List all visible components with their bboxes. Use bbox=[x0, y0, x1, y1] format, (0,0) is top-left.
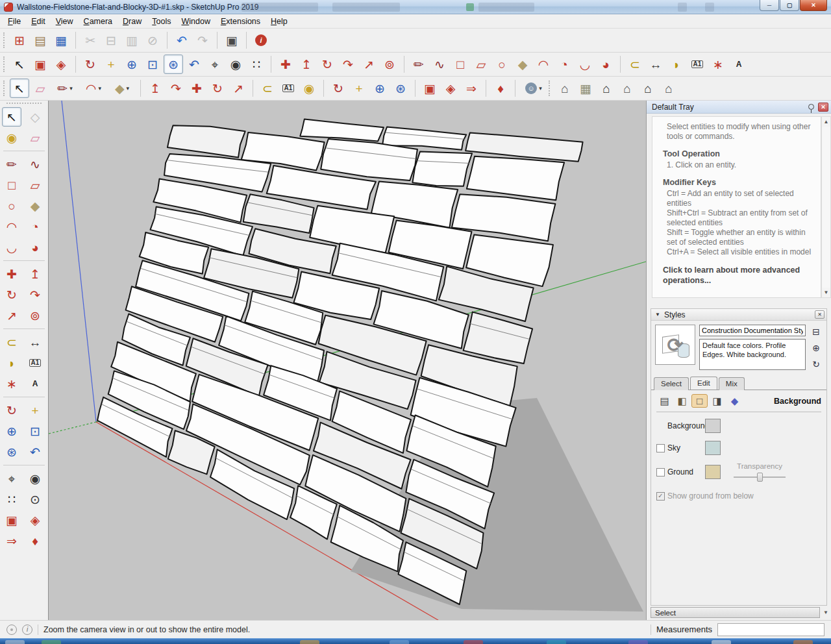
send-to-layout-icon[interactable]: ⇒ bbox=[462, 79, 481, 98]
text-icon[interactable]: A1 bbox=[688, 55, 707, 74]
zoom-extents-icon[interactable]: ⊛ bbox=[2, 442, 21, 462]
title-bar[interactable]: Wallstone-Fieldstone-Flat-and-Blocky-3D-… bbox=[0, 0, 831, 14]
scale-icon[interactable]: ↗ bbox=[359, 55, 378, 74]
face-settings-icon[interactable]: ◧ bbox=[674, 394, 690, 408]
protractor-icon[interactable]: ◗ bbox=[2, 353, 21, 373]
line-dropdown-icon[interactable]: ▾ bbox=[69, 85, 73, 92]
rotate-icon[interactable]: ↻ bbox=[317, 55, 337, 74]
zoom-icon[interactable]: ⊕ bbox=[370, 79, 390, 98]
orbit-icon[interactable]: ↻ bbox=[2, 401, 21, 420]
scale-icon[interactable]: ↗ bbox=[229, 79, 248, 98]
view-top-icon[interactable]: ▦ bbox=[576, 79, 595, 98]
scroll-up-icon[interactable]: ▲ bbox=[824, 117, 829, 127]
pan-icon[interactable]: + bbox=[349, 79, 369, 98]
offset-icon[interactable]: ⊚ bbox=[25, 306, 45, 325]
protractor-icon[interactable]: ◗ bbox=[667, 55, 686, 74]
update-style-icon[interactable]: ↻ bbox=[810, 358, 822, 370]
rotate-icon[interactable]: ↻ bbox=[2, 285, 21, 304]
3d-warehouse-icon[interactable]: ▣ bbox=[31, 55, 50, 74]
follow-me-icon[interactable]: ↷ bbox=[25, 285, 45, 304]
taskbar-item[interactable] bbox=[42, 640, 61, 644]
look-around-icon[interactable]: ◉ bbox=[226, 55, 245, 74]
extension-warehouse-icon[interactable]: ♦ bbox=[491, 79, 510, 98]
transparency-slider[interactable] bbox=[734, 473, 786, 482]
move-icon[interactable]: ✚ bbox=[276, 55, 295, 74]
taskbar-item[interactable] bbox=[5, 640, 25, 644]
menu-view[interactable]: View bbox=[51, 16, 79, 27]
arc-icon[interactable]: ◠▾ bbox=[80, 79, 107, 98]
paint-bucket-icon[interactable]: ◉ bbox=[2, 128, 21, 147]
position-camera-icon[interactable]: ⌖ bbox=[205, 55, 225, 74]
rectangle-icon[interactable]: □ bbox=[2, 175, 21, 195]
polygon-icon[interactable]: ◆ bbox=[25, 196, 45, 216]
tab-edit[interactable]: Edit bbox=[690, 377, 717, 390]
paint-bucket-icon[interactable]: ◉ bbox=[299, 79, 319, 98]
zoom-window-icon[interactable]: ⊡ bbox=[25, 421, 45, 441]
orbit-icon[interactable]: ↻ bbox=[81, 55, 100, 74]
rotated-rectangle-icon[interactable]: ▱ bbox=[25, 175, 45, 195]
learn-more-link[interactable]: Click to learn about more advanced opera… bbox=[663, 265, 815, 286]
line-icon[interactable]: ✏ bbox=[2, 155, 21, 174]
rotate-icon[interactable]: ↻ bbox=[208, 79, 227, 98]
walk-icon[interactable]: ∷ bbox=[2, 489, 21, 509]
freehand-icon[interactable]: ∿ bbox=[25, 155, 45, 174]
modeling-settings-icon[interactable]: ◆ bbox=[726, 394, 743, 408]
tray-close-button[interactable]: ✕ bbox=[818, 103, 828, 112]
freehand-icon[interactable]: ∿ bbox=[430, 55, 449, 74]
pan-icon[interactable]: + bbox=[101, 55, 121, 74]
background-settings-icon[interactable]: □ bbox=[691, 394, 708, 408]
taskbar-item[interactable] bbox=[712, 640, 731, 644]
shapes-icon[interactable]: ◆▾ bbox=[108, 79, 136, 98]
share-model-icon[interactable]: ◈ bbox=[51, 55, 71, 74]
pie-icon[interactable]: ◕ bbox=[596, 55, 615, 74]
taskbar-item[interactable] bbox=[464, 640, 483, 644]
select-tool-icon[interactable]: ↖ bbox=[10, 55, 29, 74]
select-collapsed-panel[interactable]: Select bbox=[651, 607, 820, 618]
text-icon[interactable]: A1 bbox=[279, 79, 298, 98]
save-icon[interactable]: ▦ bbox=[51, 31, 71, 50]
view-iso-icon[interactable]: ⌂ bbox=[555, 79, 575, 98]
circle-icon[interactable]: ○ bbox=[492, 55, 512, 74]
style-thumbnail[interactable]: ⟳ bbox=[655, 325, 695, 365]
open-icon[interactable]: ▤ bbox=[31, 31, 50, 50]
view-left-icon[interactable]: ⌂ bbox=[659, 79, 678, 98]
three-point-arc-icon[interactable]: ◡ bbox=[2, 238, 21, 257]
windows-taskbar[interactable] bbox=[0, 638, 831, 644]
circle-icon[interactable]: ○ bbox=[2, 196, 21, 216]
ground-color-swatch[interactable] bbox=[705, 465, 721, 479]
shapes-dropdown-icon[interactable]: ▾ bbox=[127, 85, 130, 92]
sky-color-swatch[interactable] bbox=[705, 441, 721, 455]
background-color-swatch[interactable] bbox=[705, 419, 721, 433]
collapse-icon[interactable]: ▼ bbox=[655, 312, 660, 317]
menu-extensions[interactable]: Extensions bbox=[216, 16, 266, 27]
toolbar-grip[interactable] bbox=[3, 56, 6, 72]
maximize-button[interactable]: ▢ bbox=[780, 0, 799, 11]
follow-me-icon[interactable]: ↷ bbox=[166, 79, 186, 98]
slider-thumb[interactable] bbox=[757, 473, 763, 482]
zoom-extents-icon[interactable]: ⊛ bbox=[164, 55, 183, 74]
tray-scroll-down-icon[interactable]: ▼ bbox=[823, 610, 828, 615]
menu-edit[interactable]: Edit bbox=[26, 16, 51, 27]
pie-icon[interactable]: ◕ bbox=[25, 238, 45, 257]
eraser-icon[interactable]: ▱ bbox=[25, 128, 45, 147]
line-icon[interactable]: ✏ bbox=[409, 55, 428, 74]
polygon-icon[interactable]: ◆ bbox=[513, 55, 532, 74]
share-model-icon[interactable]: ◈ bbox=[25, 510, 45, 530]
toolbar-grip[interactable] bbox=[3, 32, 6, 48]
style-name-input[interactable] bbox=[699, 325, 806, 336]
arc-icon[interactable]: ◠ bbox=[2, 217, 21, 236]
taskbar-item[interactable] bbox=[300, 640, 319, 644]
instructor-scrollbar[interactable]: ▲ ▼ bbox=[821, 116, 831, 298]
select-icon[interactable]: ↖ bbox=[10, 79, 29, 98]
menu-help[interactable]: Help bbox=[266, 16, 293, 27]
tape-measure-icon[interactable]: ⊂ bbox=[2, 332, 21, 352]
orbit-icon[interactable]: ↻ bbox=[329, 79, 348, 98]
send-to-layout-icon[interactable]: ⇒ bbox=[2, 531, 21, 551]
axes-icon[interactable]: ∗ bbox=[708, 55, 728, 74]
push-pull-icon[interactable]: ↥ bbox=[25, 264, 45, 284]
toolbar-grip[interactable] bbox=[3, 80, 6, 96]
zoom-icon[interactable]: ⊕ bbox=[2, 421, 21, 441]
push-pull-icon[interactable]: ↥ bbox=[145, 79, 165, 98]
create-new-style-icon[interactable]: ⊕ bbox=[810, 342, 822, 354]
tab-mix[interactable]: Mix bbox=[719, 377, 745, 390]
